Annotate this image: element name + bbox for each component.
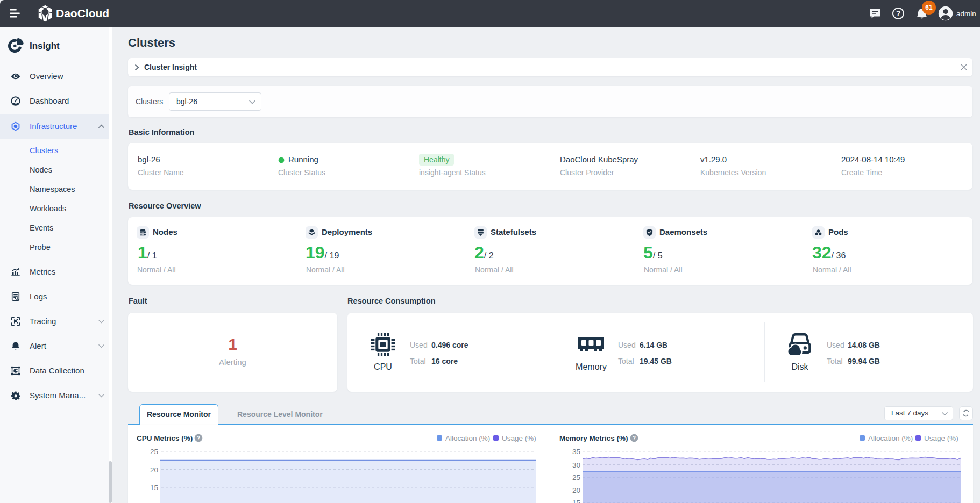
svg-text:15: 15: [572, 499, 580, 503]
svg-text:20: 20: [150, 466, 158, 474]
svg-text:25: 25: [150, 448, 158, 456]
svg-text:?: ?: [197, 435, 200, 441]
svg-text:?: ?: [896, 9, 901, 18]
svg-text:35: 35: [572, 448, 580, 456]
svg-text:20: 20: [572, 486, 580, 494]
svg-text:25: 25: [572, 473, 580, 482]
svg-text:30: 30: [572, 461, 580, 469]
svg-text:?: ?: [633, 435, 636, 441]
svg-text:15: 15: [150, 484, 158, 492]
